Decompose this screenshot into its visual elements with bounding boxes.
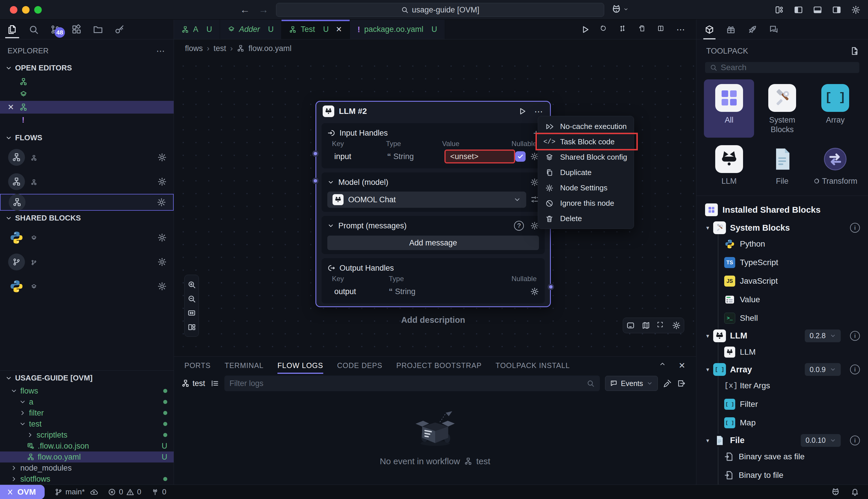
- export-logs-icon[interactable]: [677, 379, 686, 388]
- info-icon[interactable]: i: [850, 223, 860, 233]
- menu-item-no-cache-execution[interactable]: No-cache execution: [538, 119, 634, 134]
- canvas-settings-gear-icon[interactable]: [672, 321, 681, 330]
- block-item-map[interactable]: [ ] Map: [724, 414, 868, 432]
- open-editor-item[interactable]: ✕ !: [0, 113, 174, 126]
- shared-block-item[interactable]: [0, 226, 174, 250]
- editor-more-icon[interactable]: ⋯: [676, 24, 686, 35]
- group-system-blocks[interactable]: ▾ System Blocks i: [696, 221, 868, 234]
- block-item-filter[interactable]: [ ] Filter: [724, 395, 868, 414]
- tab-test-active[interactable]: TestU ✕: [281, 20, 350, 39]
- block-item-value[interactable]: Value: [724, 290, 868, 309]
- flow-settings-gear-icon[interactable]: [157, 177, 167, 186]
- minimap-icon[interactable]: [642, 321, 650, 330]
- info-icon[interactable]: i: [850, 365, 860, 374]
- rewards-view-icon[interactable]: [726, 20, 736, 39]
- output-port-handle[interactable]: [548, 284, 554, 290]
- maximize-panel-icon[interactable]: [659, 361, 667, 369]
- add-message-button[interactable]: Add message: [327, 235, 539, 250]
- search-view-icon[interactable]: [26, 21, 41, 38]
- toolpack-tile-system-blocks[interactable]: System Blocks: [757, 80, 807, 138]
- block-settings-gear-icon[interactable]: [157, 257, 167, 267]
- auto-layout-icon[interactable]: [187, 323, 196, 331]
- group-llm[interactable]: ▾ LLM 0.2.8 i: [696, 329, 868, 342]
- block-item-binary-save-as-file[interactable]: Binary save as file: [724, 447, 868, 466]
- command-center-search[interactable]: usage-guide [OVM]: [276, 3, 604, 17]
- folder-view-icon[interactable]: [91, 21, 106, 38]
- log-flow-scope[interactable]: test: [181, 379, 205, 388]
- shared-blocks-section-header[interactable]: SHARED BLOCKS: [0, 211, 174, 226]
- array-version-select[interactable]: 0.0.9: [805, 363, 841, 376]
- info-icon[interactable]: i: [850, 436, 860, 446]
- zoom-out-icon[interactable]: [187, 294, 196, 303]
- events-filter-select[interactable]: Events: [605, 376, 658, 391]
- panel-tab-toolpack-install[interactable]: TOOLPACK INSTALL: [495, 361, 570, 370]
- chevron-down-icon[interactable]: [327, 222, 334, 229]
- tree-item-flow-yaml-selected[interactable]: flow.oo.yamlU: [0, 451, 174, 462]
- toggle-right-panel-icon[interactable]: [832, 5, 841, 14]
- group-file[interactable]: ▾ File 0.0.10 i: [696, 434, 868, 447]
- nullable-checkbox-checked[interactable]: [515, 151, 526, 162]
- toolpack-tile-array[interactable]: [ ] Array: [810, 80, 860, 138]
- model-port-handle[interactable]: [312, 178, 318, 184]
- tree-item-node-modules[interactable]: node_modules: [0, 462, 174, 474]
- toggle-console-icon[interactable]: [626, 321, 635, 330]
- notifications-bell-icon[interactable]: [851, 487, 859, 496]
- export-file-icon[interactable]: [638, 25, 647, 34]
- llm-node[interactable]: LLM #2 ⋯ Input Handles + Key Type: [315, 101, 551, 307]
- input-port-handle[interactable]: [312, 150, 318, 157]
- extensions-view-icon[interactable]: [69, 21, 84, 38]
- tree-item-filter[interactable]: filter: [0, 407, 174, 418]
- shared-block-item[interactable]: [0, 250, 174, 274]
- file-version-select[interactable]: 0.0.10: [801, 434, 841, 447]
- model-select[interactable]: OOMOL Chat: [327, 192, 526, 208]
- window-controls[interactable]: [0, 6, 42, 14]
- menu-item-shared-block-config[interactable]: Shared Block config: [538, 149, 634, 165]
- llm-version-select[interactable]: 0.2.8: [805, 329, 841, 342]
- clear-logs-broom-icon[interactable]: [663, 379, 672, 388]
- open-editors-header[interactable]: OPEN EDITORS: [0, 61, 174, 75]
- close-editor-icon[interactable]: ✕: [8, 102, 16, 112]
- run-node-icon[interactable]: [518, 107, 527, 115]
- panel-tab-flow-logs-active[interactable]: FLOW LOGS: [277, 361, 323, 370]
- open-editor-item-active[interactable]: ✕: [0, 101, 174, 113]
- log-list-icon[interactable]: [210, 379, 219, 388]
- breadcrumb[interactable]: flows› test› flow.oo.yaml: [174, 39, 696, 57]
- filter-logs-input[interactable]: [230, 379, 583, 388]
- menu-item-ignore-this-node[interactable]: Ignore this node: [538, 196, 634, 211]
- block-item-binary-to-file[interactable]: Binary to file: [724, 466, 868, 485]
- minimize-window-button[interactable]: [22, 6, 29, 14]
- block-item-typescript[interactable]: TS TypeScript: [724, 253, 868, 272]
- panel-tab-code-deps[interactable]: CODE DEPS: [337, 361, 382, 370]
- flow-settings-gear-icon[interactable]: [157, 198, 166, 207]
- menu-item-delete[interactable]: Delete: [538, 211, 634, 226]
- input-value-unset[interactable]: <unset>: [444, 149, 515, 163]
- output-settings-gear-icon[interactable]: [530, 287, 539, 296]
- tab-a[interactable]: AU: [174, 20, 220, 39]
- rerun-icon[interactable]: [600, 25, 609, 34]
- close-window-button[interactable]: [10, 6, 17, 14]
- flow-list-item-selected[interactable]: [0, 194, 174, 211]
- close-panel-icon[interactable]: ✕: [679, 361, 686, 370]
- tree-item-test[interactable]: test: [0, 418, 174, 429]
- group-array[interactable]: ▾ [ ] Array 0.0.9 i: [696, 363, 868, 376]
- block-item-iter-args[interactable]: [x] Iter Args: [724, 376, 868, 395]
- tab-package-yaml[interactable]: ! package.oo.yamlU: [350, 20, 445, 39]
- open-editor-item[interactable]: ✕: [0, 75, 174, 88]
- panel-tab-project-bootstrap[interactable]: PROJECT BOOTSTRAP: [396, 361, 482, 370]
- filter-logs-field[interactable]: [225, 376, 600, 391]
- tree-item-a[interactable]: a: [0, 397, 174, 407]
- block-settings-gear-icon[interactable]: [157, 282, 167, 291]
- toolpack-tile-file[interactable]: File: [757, 141, 807, 189]
- toggle-left-panel-icon[interactable]: [794, 5, 803, 14]
- toolpack-tile-all-selected[interactable]: All: [704, 80, 754, 138]
- history-forward-button[interactable]: →: [258, 4, 268, 15]
- explorer-more-icon[interactable]: ⋯: [156, 46, 166, 56]
- toolpack-tile-llm[interactable]: LLM: [704, 141, 754, 189]
- publish-cloud-icon[interactable]: [90, 488, 98, 496]
- close-tab-icon[interactable]: ✕: [336, 25, 342, 34]
- fit-width-icon[interactable]: [187, 308, 196, 317]
- block-item-llm[interactable]: LLM: [724, 343, 868, 361]
- block-item-python[interactable]: Python: [724, 235, 868, 253]
- problems-status[interactable]: 0 0: [108, 487, 141, 496]
- flows-section-header[interactable]: FLOWS: [0, 130, 174, 145]
